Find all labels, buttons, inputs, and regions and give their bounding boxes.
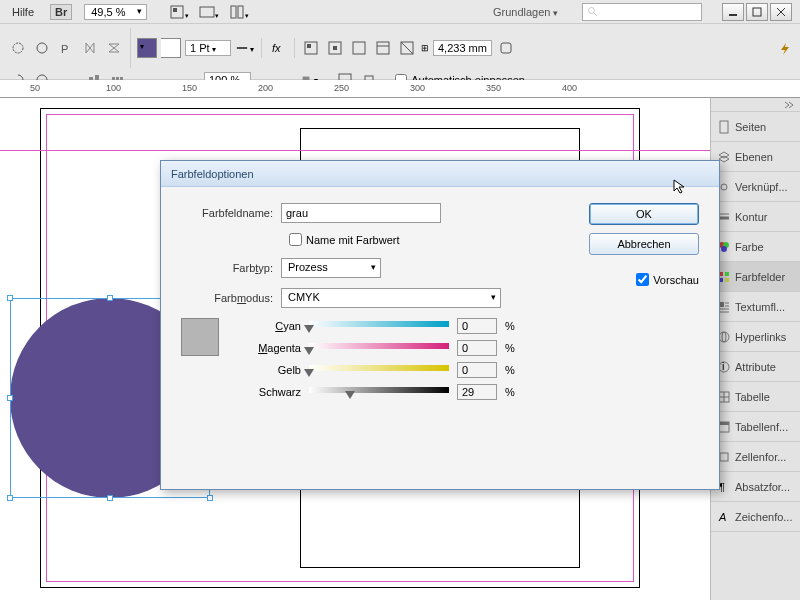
svg-text:P: P: [61, 43, 68, 55]
cyan-value-field[interactable]: 0: [457, 318, 497, 334]
search-field[interactable]: [582, 3, 702, 21]
preview-checkbox[interactable]: [636, 273, 649, 286]
maximize-button[interactable]: [746, 3, 768, 21]
svg-rect-21: [377, 42, 389, 54]
svg-point-5: [589, 7, 595, 13]
panel-zellenformate[interactable]: Zellenfor...: [711, 442, 800, 472]
svg-rect-3: [231, 6, 236, 18]
color-type-select[interactable]: Prozess: [281, 258, 381, 278]
svg-rect-25: [501, 43, 511, 53]
view-options-icon[interactable]: ▾: [163, 2, 191, 22]
help-menu[interactable]: Hilfe: [8, 4, 38, 20]
pages-icon: [717, 120, 731, 134]
dialog-title: Farbfeldoptionen: [171, 168, 254, 180]
arrange-icon[interactable]: ▾: [223, 2, 251, 22]
yellow-value-field[interactable]: 0: [457, 362, 497, 378]
svg-rect-59: [720, 453, 728, 461]
swatch-name-field[interactable]: [281, 203, 441, 223]
svg-line-24: [401, 42, 413, 54]
yellow-slider-row: Gelb 0 %: [231, 362, 519, 378]
close-button[interactable]: [770, 3, 792, 21]
zoom-level-field[interactable]: 49,5 %: [84, 4, 146, 20]
magenta-slider[interactable]: [309, 343, 449, 353]
svg-rect-44: [725, 278, 729, 282]
panel-tabelle[interactable]: Tabelle: [711, 382, 800, 412]
guide[interactable]: [0, 150, 710, 151]
panel-collapse-button[interactable]: [711, 98, 800, 112]
handle-se[interactable]: [207, 495, 213, 501]
workspace-switcher[interactable]: Grundlagen: [487, 4, 570, 20]
black-label: Schwarz: [231, 386, 301, 398]
bridge-button[interactable]: Br: [50, 4, 72, 20]
panel-tabellenformate[interactable]: Tabellenf...: [711, 412, 800, 442]
percent-label: %: [505, 364, 519, 376]
panel-kontur[interactable]: Kontur: [711, 202, 800, 232]
effects-icon[interactable]: fx: [268, 38, 288, 58]
flip-v-icon[interactable]: [104, 38, 124, 58]
handle-w[interactable]: [7, 395, 13, 401]
svg-rect-42: [725, 272, 729, 276]
convert-point2-icon[interactable]: [32, 38, 52, 58]
panel-farbfelder[interactable]: Farbfelder: [711, 262, 800, 292]
panel-absatzformate[interactable]: ¶Absatzfor...: [711, 472, 800, 502]
text-wrap1-icon[interactable]: [301, 38, 321, 58]
color-mode-label: Farbmodus:: [181, 292, 281, 304]
stroke-style-icon[interactable]: [235, 38, 255, 58]
svg-rect-17: [307, 44, 311, 48]
svg-text:i: i: [722, 360, 724, 372]
svg-text:A: A: [718, 511, 726, 523]
panel-attribute[interactable]: iAttribute: [711, 352, 800, 382]
text-wrap4-icon[interactable]: [373, 38, 393, 58]
color-mode-select[interactable]: CMYK: [281, 288, 501, 308]
window-controls: [722, 3, 792, 21]
cancel-button[interactable]: Abbrechen: [589, 233, 699, 255]
handle-s[interactable]: [107, 495, 113, 501]
name-with-value-checkbox[interactable]: [289, 233, 302, 246]
black-slider[interactable]: [309, 387, 449, 397]
panel-verknuepfungen[interactable]: Verknüpf...: [711, 172, 800, 202]
convert-point-icon[interactable]: [8, 38, 28, 58]
handle-nw[interactable]: [7, 295, 13, 301]
svg-point-11: [13, 43, 23, 53]
stroke-swatch[interactable]: [161, 38, 181, 58]
handle-sw[interactable]: [7, 495, 13, 501]
cyan-slider[interactable]: [309, 321, 449, 331]
text-wrap5-icon[interactable]: [397, 38, 417, 58]
swatch-options-dialog: Farbfeldoptionen Farbfeldname: Name mit …: [160, 160, 720, 490]
magenta-label: Magenta: [231, 342, 301, 354]
flip-h-icon[interactable]: [80, 38, 100, 58]
panel-hyperlinks[interactable]: Hyperlinks: [711, 322, 800, 352]
text-wrap2-icon[interactable]: [325, 38, 345, 58]
yellow-slider[interactable]: [309, 365, 449, 375]
preview-label: Vorschau: [653, 274, 699, 286]
text-wrap3-icon[interactable]: [349, 38, 369, 58]
panel-ebenen[interactable]: Ebenen: [711, 142, 800, 172]
handle-n[interactable]: [107, 295, 113, 301]
horizontal-ruler[interactable]: 50 100 150 200 250 300 350 400: [0, 80, 800, 98]
charstyles-icon: A: [717, 510, 731, 524]
quick-apply-icon[interactable]: [778, 42, 792, 58]
corner-options-icon[interactable]: [496, 38, 516, 58]
ok-button[interactable]: OK: [589, 203, 699, 225]
width-field[interactable]: 4,233 mm: [433, 40, 492, 56]
yellow-label: Gelb: [231, 364, 301, 376]
type-on-path-icon[interactable]: P: [56, 38, 76, 58]
svg-text:fx: fx: [272, 42, 281, 54]
panel-farbe[interactable]: Farbe: [711, 232, 800, 262]
minimize-button[interactable]: [722, 3, 744, 21]
color-preview-swatch: [181, 318, 219, 356]
name-with-value-label: Name mit Farbwert: [306, 234, 400, 246]
svg-rect-35: [720, 121, 728, 133]
panel-seiten[interactable]: Seiten: [711, 112, 800, 142]
fill-swatch[interactable]: [137, 38, 157, 58]
dialog-titlebar[interactable]: Farbfeldoptionen: [161, 161, 719, 187]
stroke-weight-field[interactable]: 1 Pt: [185, 40, 231, 56]
screen-mode-icon[interactable]: ▾: [193, 2, 221, 22]
panel-zeichenformate[interactable]: AZeichenfo...: [711, 502, 800, 532]
black-value-field[interactable]: 29: [457, 384, 497, 400]
magenta-value-field[interactable]: 0: [457, 340, 497, 356]
panel-textumfluss[interactable]: Textumfl...: [711, 292, 800, 322]
menu-bar: Hilfe Br 49,5 % ▾ ▾ ▾ Grundlagen: [0, 0, 800, 24]
svg-rect-19: [333, 46, 337, 50]
svg-point-12: [37, 43, 47, 53]
